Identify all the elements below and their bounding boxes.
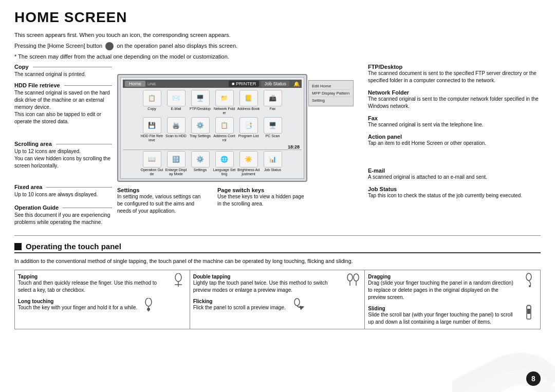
action-panel-title: Action panel	[368, 134, 541, 140]
tapping-label: Tapping	[18, 274, 38, 279]
job-status-desc: Tap this icon to check the status of the…	[368, 192, 541, 199]
screen-icon-opguide: 📖 Operation Guide	[141, 151, 163, 177]
intro-line-2: Pressing the [Home Screen] button on the…	[14, 42, 541, 50]
screen-icon-tray: ⚙️ Tray Settings	[189, 117, 212, 143]
touch-section-header: Operating the touch panel	[14, 242, 541, 253]
network-label: Network Folder The scanned original is s…	[364, 89, 541, 110]
touch-grid: Tapping Touch and then quickly release t…	[14, 270, 541, 329]
op-guide-title: Operation Guide	[14, 204, 112, 211]
screen-tab-printer: ■ PRINTER	[229, 81, 259, 87]
double-tapping-row: Double tapping Lightly tap the touch pan…	[193, 273, 362, 294]
intro-block: This screen appears first. When you touc…	[14, 31, 541, 61]
screen-tab-jobs: Job Status	[261, 81, 289, 87]
screen-mockup: Home UNE ■ PRINTER Job Status 🔔 📋 Copy	[117, 74, 307, 182]
svg-point-11	[526, 273, 531, 281]
svg-point-5	[147, 308, 150, 311]
fax-label: Fax The scanned original is sent via the…	[364, 115, 541, 128]
dragging-desc: Drag (slide your finger touching the pan…	[368, 279, 517, 301]
right-annotations: FTP/Desktop The scanned document is sent…	[312, 64, 541, 230]
screen-icon-network: 📁 Network Folder	[213, 90, 236, 116]
svg-point-10	[294, 298, 300, 306]
network-title: Network Folder	[368, 89, 541, 96]
scrolling-title: Scrolling area	[14, 141, 112, 147]
dragging-icon	[521, 273, 537, 288]
svg-point-3	[145, 298, 152, 306]
fixed-label: Fixed area Up to 10 icons are always dis…	[14, 184, 112, 198]
section-icon	[14, 243, 22, 250]
hdd-title: HDD File retrieve	[14, 82, 112, 88]
job-status-title: Job Status	[368, 186, 541, 192]
tapping-row: Tapping Touch and then quickly release t…	[18, 273, 187, 294]
screen-icon-jobstatus: 📊 Job Status	[262, 151, 284, 177]
scrolling-label: Scrolling area Up to 12 icons are displa…	[14, 141, 112, 170]
screen-time: 18:28	[123, 144, 302, 150]
sliding-desc: Slide the scroll bar (with your finger t…	[368, 311, 517, 326]
op-guide-label: Operation Guide See this document if you…	[14, 204, 112, 226]
screen-icon-address: 📒 Address Book	[237, 90, 260, 116]
scrolling-desc: Up to 12 icons are displayed.You can vie…	[14, 148, 112, 170]
sliding-icon	[521, 305, 537, 320]
page-title: HOME SCREEN	[14, 9, 541, 26]
fixed-desc: Up to 10 icons are always displayed.	[14, 191, 112, 198]
email-label: E-mail A scanned original is attached to…	[364, 167, 541, 181]
screen-icon-fax: 📠 Fax	[262, 90, 284, 116]
copy-title: Copy	[14, 64, 112, 70]
screen-row-1: 📋 Copy ✉️ E-Mail 🖥️ FTP/Desktop 📁	[123, 90, 302, 116]
job-status-label: Job Status Tap this icon to check the st…	[364, 186, 541, 199]
double-tapping-label: Double tapping	[193, 274, 231, 279]
tapping-desc: Touch and then quickly release the finge…	[18, 279, 167, 294]
page-switch-title: Page switch keys	[217, 187, 307, 193]
copy-label: Copy The scanned original is printed.	[14, 64, 112, 78]
flicking-label: Flicking	[193, 298, 213, 304]
ftp-title: FTP/Desktop	[368, 64, 541, 70]
long-touching-label: Long touching	[18, 298, 53, 304]
screen-top-bar: Home UNE ■ PRINTER Job Status 🔔	[123, 80, 302, 88]
network-desc: The scanned original is sent to the comp…	[368, 96, 541, 110]
page-switch-label: Page switch keys Use these keys to view …	[217, 187, 307, 215]
tapping-icon	[170, 273, 187, 288]
ftp-label: FTP/Desktop The scanned document is sent…	[364, 64, 541, 84]
touch-section-intro: In addition to the conventional method o…	[14, 257, 541, 266]
fax-desc: The scanned original is sent via the tel…	[368, 121, 541, 128]
screen-icon-program: 📑 Program List	[237, 117, 260, 143]
touch-col-3: Dragging Drag (slide your finger touchin…	[365, 270, 540, 329]
dragging-label: Dragging	[368, 274, 391, 279]
screen-icon-copy: 📋 Copy	[141, 90, 163, 116]
screen-icon-ftp: 🖥️ FTP/Desktop	[189, 90, 212, 116]
touch-col-2: Double tapping Lightly tap the touch pan…	[190, 270, 365, 329]
ftp-desc: The scanned document is sent to the spec…	[368, 70, 541, 84]
screen-icon-pcscan: 🖥️ PC Scan	[262, 117, 284, 143]
sliding-row: Sliding Slide the scroll bar (with your …	[368, 305, 537, 326]
screen-fixed-row: 📖 Operation Guide 🔠 Enlarge Display Mode…	[123, 150, 302, 177]
copy-desc: The scanned original is printed.	[14, 71, 112, 78]
dragging-row: Dragging Drag (slide your finger touchin…	[368, 273, 537, 301]
center-labels: Settings In setting mode, various settin…	[117, 187, 307, 215]
hdd-label: HDD File retrieve The scanned original i…	[14, 82, 112, 125]
screen-tab-home: Home	[125, 81, 145, 87]
flicking-row: Flicking Flick the panel to scroll a pre…	[193, 298, 362, 312]
screen-icon-email: ✉️ E-Mail	[165, 90, 188, 116]
screen-icon-enlarge: 🔠 Enlarge Display Mode	[165, 151, 188, 177]
settings-label: Settings In setting mode, various settin…	[117, 187, 207, 215]
fixed-title: Fixed area	[14, 184, 112, 190]
screen-row-2: 💾 HDD File Retrieve 🖨️ Scan to HDD ⚙️ Tr…	[123, 117, 302, 143]
fax-title: Fax	[368, 115, 541, 121]
screen-icon-hdd: 💾 HDD File Retrieve	[141, 117, 163, 143]
svg-point-12	[529, 285, 531, 287]
touch-section-title: Operating the touch panel	[26, 242, 121, 251]
flicking-desc: Flick the panel to scroll a preview imag…	[193, 304, 286, 311]
screen-icon-settings: ⚙️ Settings	[189, 151, 212, 177]
svg-point-8	[354, 274, 359, 281]
touch-col-1: Tapping Touch and then quickly release t…	[15, 270, 190, 329]
email-title: E-mail	[368, 167, 541, 174]
touch-panel-section: Operating the touch panel In addition to…	[14, 242, 541, 329]
screen-icon-lang: 🌐 Language Setting	[213, 151, 236, 177]
long-touching-row: Long touching Touch the key with your fi…	[18, 298, 187, 312]
action-panel-desc: Tap an item to edit Home Screen or other…	[368, 140, 541, 147]
double-tapping-icon	[345, 273, 361, 288]
page-switch-desc: Use these keys to view a hidden page in …	[217, 193, 307, 208]
action-panel-label: Action panel Tap an item to edit Home Sc…	[364, 134, 541, 147]
intro-line-3: * The screen may differ from the actual …	[14, 52, 541, 61]
screen-icon-scan: 🖨️ Scan to HDD	[165, 117, 188, 143]
svg-point-0	[175, 273, 181, 282]
